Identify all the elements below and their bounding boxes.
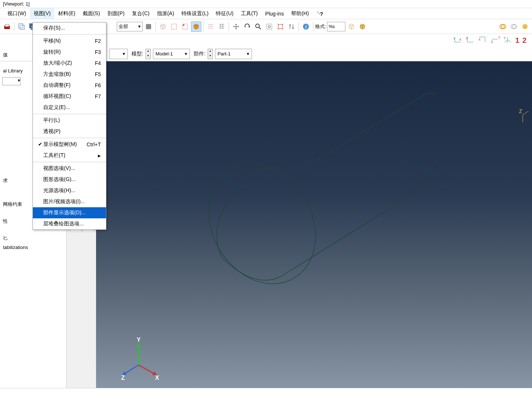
dd-layeropts[interactable]: 层堆叠绘图选项... <box>33 218 106 229</box>
separator <box>33 34 106 35</box>
tool-select-rect-icon[interactable] <box>169 21 179 32</box>
dd-parallel[interactable]: 平行(L) <box>33 115 106 126</box>
separator <box>33 114 106 114</box>
menu-feature[interactable]: 特征(U) <box>212 8 237 19</box>
mini-triad: Z <box>517 106 532 125</box>
nav-view-1[interactable]: 1 <box>515 36 519 45</box>
svg-rect-3 <box>18 24 23 28</box>
menu-special[interactable]: 特殊设置(L) <box>178 8 212 19</box>
module-dropdown[interactable]: ▾ <box>109 49 128 59</box>
tool-box-icon[interactable] <box>158 21 168 32</box>
separator <box>229 22 229 31</box>
dd-custom[interactable]: 自定义(E)... <box>33 102 106 113</box>
svg-rect-7 <box>146 24 151 29</box>
tool-grid1-icon[interactable] <box>205 21 216 32</box>
dd-pan[interactable]: 平移(N)F2 <box>33 35 106 47</box>
dd-lightopts[interactable]: 光源选项(H)... <box>33 185 106 196</box>
dd-imageopts[interactable]: 图片/视频选项(I)... <box>33 196 106 207</box>
svg-rect-4 <box>20 25 24 30</box>
format-input[interactable]: %s <box>327 22 345 31</box>
svg-text:Z: Z <box>498 35 500 39</box>
tool-cube-active-icon[interactable] <box>191 21 201 32</box>
menu-section[interactable]: 截面(S) <box>79 8 104 19</box>
model-value: Model-1 <box>156 51 173 57</box>
svg-rect-21 <box>267 24 272 29</box>
select-scope-value: 全部 <box>119 23 128 30</box>
menu-plugins[interactable]: Plug-ins <box>262 8 288 19</box>
dd-showtree[interactable]: ✔显示模型树(M)Ctrl+T <box>33 139 106 150</box>
dd-partopts[interactable]: 部件显示选项(D)... <box>33 207 106 218</box>
part-dropdown[interactable]: Part-1▾ <box>215 49 252 59</box>
svg-text:X: X <box>459 38 461 41</box>
tool-zoom-window-icon[interactable] <box>264 21 274 32</box>
svg-text:Y: Y <box>453 37 456 41</box>
model-spinner[interactable]: ▴▾ <box>146 49 151 59</box>
context-help-icon[interactable]: ? <box>316 8 324 19</box>
svg-text:?: ? <box>320 11 323 17</box>
nav-xy2-icon[interactable]: Z <box>465 35 475 45</box>
separator <box>33 138 106 138</box>
tool-cube-solid-icon[interactable] <box>357 21 368 32</box>
svg-point-30 <box>522 24 528 29</box>
menu-assign[interactable]: 指派(A) <box>153 8 178 19</box>
tree-item[interactable]: 匕 <box>0 233 66 243</box>
tool-save-icon[interactable] <box>143 21 154 32</box>
menu-viewport[interactable]: 视口(W) <box>4 8 30 19</box>
dd-rotate[interactable]: 旋转(R)F3 <box>33 47 106 58</box>
triad-y-label: Y <box>137 337 141 343</box>
tool-info-icon[interactable]: i <box>301 21 311 32</box>
separator <box>156 22 156 31</box>
tool-cube-outline-icon[interactable] <box>346 21 357 32</box>
color-yellow-icon[interactable] <box>498 21 508 32</box>
menu-profile[interactable]: 剖面(P) <box>104 8 129 19</box>
svg-marker-53 <box>137 343 140 347</box>
orientation-triad: Y X Z <box>118 337 163 383</box>
menu-help[interactable]: 帮助(H) <box>287 8 312 19</box>
color-solid-icon[interactable] <box>520 21 530 32</box>
separator <box>313 22 313 31</box>
dd-cycle[interactable]: 循环视图(C)F7 <box>33 91 106 102</box>
svg-line-56 <box>124 365 139 374</box>
svg-line-54 <box>139 365 155 374</box>
menu-tools[interactable]: 工具(T) <box>237 8 262 19</box>
tool-zoom-icon[interactable] <box>253 21 263 32</box>
tool-fit-icon[interactable] <box>275 21 286 32</box>
part-spinner[interactable]: ▴▾ <box>208 49 213 59</box>
select-scope-dropdown[interactable]: 全部▾ <box>117 22 143 31</box>
dd-perspective[interactable]: 透视(P) <box>33 126 106 137</box>
tool-wireframe-icon[interactable] <box>16 21 27 32</box>
separator <box>299 22 299 31</box>
tool-rotate-icon[interactable] <box>242 21 252 32</box>
menu-view[interactable]: 视图(V) <box>30 8 55 19</box>
tool-grid2-icon[interactable] <box>216 21 227 32</box>
menu-material[interactable]: 材料(E) <box>54 8 79 19</box>
dd-fit[interactable]: 自动调整(F)F6 <box>33 80 106 91</box>
dd-viewopts[interactable]: 视图选项(V)... <box>33 163 106 174</box>
dd-save[interactable]: 保存(S)... <box>33 23 106 34</box>
nav-xz1-icon[interactable]: X <box>478 35 487 45</box>
tool-select-lasso-icon[interactable] <box>180 21 190 32</box>
tool-print-icon[interactable] <box>2 21 12 32</box>
model-dropdown[interactable]: Model-1▾ <box>153 49 190 59</box>
dd-zoom[interactable]: 放大/缩小(Z)F4 <box>33 58 106 69</box>
triad-x-label: X <box>155 375 159 381</box>
nav-view-2[interactable]: 2 <box>522 36 526 45</box>
nav-xy1-icon[interactable]: YX <box>453 35 462 45</box>
model-label: 模型: <box>132 51 143 57</box>
color-overlap-icon[interactable] <box>509 21 519 32</box>
menu-composite[interactable]: 复合(C) <box>128 8 153 19</box>
dd-boxzoom[interactable]: 方盒缩放(B)F5 <box>33 69 106 80</box>
dd-toolbars[interactable]: 工具栏(T)▶ <box>33 150 106 161</box>
dd-graphicopts[interactable]: 图形选项(G)... <box>33 174 106 185</box>
tool-pan-icon[interactable] <box>231 21 241 32</box>
nav-xz2-icon[interactable]: ZZ <box>490 35 500 45</box>
svg-point-19 <box>256 24 259 28</box>
tree-item[interactable]: tabilizations <box>0 243 66 252</box>
separator <box>203 22 204 31</box>
nav-iso-icon[interactable]: Y <box>503 35 512 45</box>
tool-swap-icon[interactable] <box>286 21 297 32</box>
part-label: 部件: <box>194 51 205 57</box>
svg-text:i: i <box>305 24 307 30</box>
3d-viewport[interactable]: Y X Z Z <box>96 61 532 394</box>
svg-line-20 <box>259 27 261 29</box>
